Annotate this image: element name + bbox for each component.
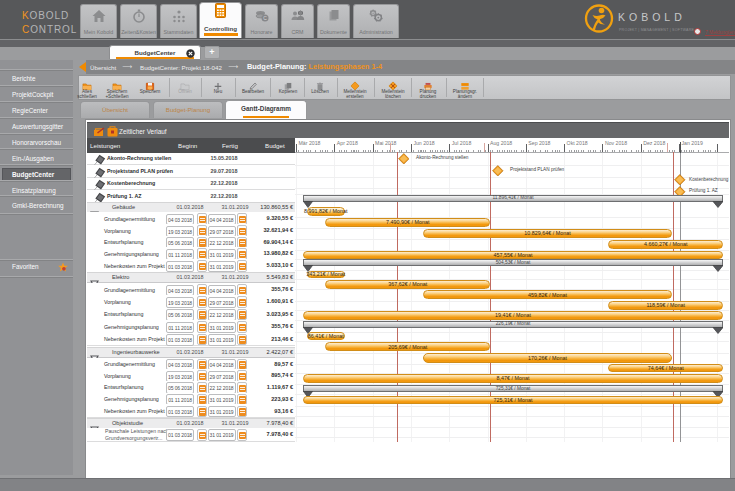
svg-text:C: C xyxy=(263,15,267,21)
